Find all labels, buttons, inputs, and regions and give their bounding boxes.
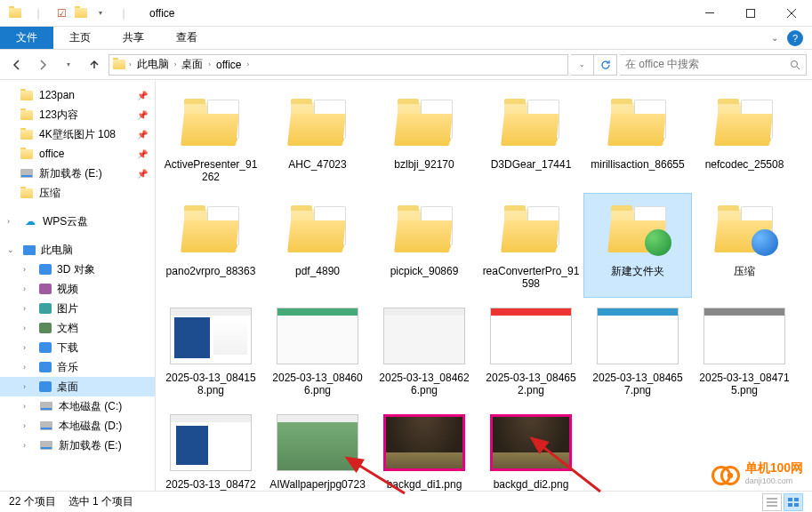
ribbon-expand-icon[interactable]: ⌄	[771, 33, 778, 43]
breadcrumb-0[interactable]: 此电脑	[133, 57, 173, 72]
image-item[interactable]: backgd_di1.png	[371, 407, 478, 491]
sidebar-pc-3[interactable]: ›文档	[0, 318, 155, 338]
view-icons-button[interactable]	[784, 493, 803, 511]
sidebar-pc-1[interactable]: ›视频	[0, 279, 155, 299]
image-item[interactable]: backgd_di2.png	[478, 407, 584, 491]
sidebar-pc-0[interactable]: ›3D 对象	[0, 260, 155, 279]
pin-icon: 📌	[137, 110, 148, 120]
tab-home[interactable]: 主页	[53, 27, 107, 49]
close-button[interactable]	[771, 0, 812, 27]
folder-label: bzlbji_92170	[394, 158, 454, 171]
image-thumb	[490, 308, 572, 364]
image-thumb	[383, 414, 465, 471]
image-item[interactable]: 2025-03-13_084715.png	[691, 300, 798, 404]
address-bar[interactable]: › 此电脑› 桌面› office›	[109, 54, 568, 76]
sidebar-quick-0[interactable]: 123pan📌	[0, 85, 155, 105]
sidebar-pc-4[interactable]: ›下载	[0, 338, 155, 357]
tab-share[interactable]: 共享	[107, 27, 160, 49]
titlebar: | ☑ ▾ | office	[0, 0, 812, 27]
folder-icon	[499, 98, 563, 148]
svg-point-2	[792, 60, 798, 67]
sidebar-quick-2[interactable]: 4K壁纸图片 108📌	[0, 124, 155, 144]
image-thumb	[170, 414, 252, 471]
refresh-button[interactable]	[594, 54, 617, 76]
image-label: backgd_di2.png	[494, 478, 569, 491]
image-item[interactable]: 2025-03-13_084652.png	[478, 300, 584, 404]
folder-item[interactable]: picpick_90869	[371, 194, 478, 297]
sidebar-pc-2[interactable]: ›图片	[0, 299, 155, 318]
folder-label: ActivePresenter_91262	[162, 158, 260, 183]
content-area[interactable]: ActivePresenter_91262 AHC_47023 bzlbji_9…	[156, 80, 812, 491]
folder-item[interactable]: bzlbji_92170	[371, 87, 478, 190]
folder-item[interactable]: nefcodec_25508	[691, 87, 798, 190]
watermark-name: 单机100网	[745, 460, 803, 475]
qa-checkbox-icon[interactable]: ☑	[53, 5, 69, 21]
image-thumb	[277, 414, 358, 471]
breadcrumb-1[interactable]: 桌面	[178, 57, 206, 72]
view-details-button[interactable]	[762, 493, 782, 511]
image-item[interactable]: 2025-03-13_084626.png	[371, 300, 478, 404]
search-input[interactable]: 在 office 中搜索	[620, 54, 807, 76]
sidebar-item-label: 新加载卷 (E:)	[59, 438, 122, 453]
nav-back-button[interactable]	[5, 53, 28, 76]
sidebar-quick-4[interactable]: 新加载卷 (E:)📌	[0, 164, 155, 183]
sidebar-quick-1[interactable]: 123内容📌	[0, 105, 155, 124]
folder-item[interactable]: AHC_47023	[264, 87, 371, 190]
sidebar-wps[interactable]: ›☁WPS云盘	[0, 212, 155, 231]
tab-file[interactable]: 文件	[0, 27, 53, 49]
folder-label: AHC_47023	[288, 158, 346, 171]
folder-item[interactable]: pano2vrpro_88363	[157, 194, 264, 297]
image-item[interactable]: 2025-03-13_084158.png	[157, 300, 264, 404]
sidebar: 123pan📌123内容📌4K壁纸图片 108📌office📌新加载卷 (E:)…	[0, 80, 156, 491]
folder-icon	[712, 98, 776, 148]
search-placeholder: 在 office 中搜索	[625, 57, 699, 72]
folder-icon	[606, 204, 670, 254]
folder-item[interactable]: pdf_4890	[264, 194, 371, 297]
folder-item[interactable]: mirillisaction_86655	[584, 87, 691, 190]
sidebar-pc-9[interactable]: ›新加载卷 (E:)	[0, 436, 155, 455]
folder-icon	[285, 204, 350, 254]
image-item[interactable]: 2025-03-13_084729.png	[157, 407, 264, 491]
sidebar-item-label: 本地磁盘 (C:)	[59, 399, 122, 414]
nav-forward-button[interactable]	[31, 53, 54, 76]
nav-up-button[interactable]	[83, 53, 106, 76]
folder-item[interactable]: reaConverterPro_91598	[478, 194, 584, 297]
folder-item[interactable]: D3DGear_17441	[478, 87, 584, 190]
folder-icon	[499, 204, 563, 254]
folder-icon	[392, 98, 456, 148]
help-button[interactable]: ?	[787, 30, 803, 46]
image-thumb	[490, 414, 572, 471]
svg-rect-5	[788, 503, 792, 507]
sidebar-pc-5[interactable]: ›音乐	[0, 357, 155, 377]
minimize-button[interactable]	[689, 0, 730, 27]
tab-view[interactable]: 查看	[160, 27, 213, 49]
sidebar-thispc[interactable]: ⌄此电脑	[0, 240, 155, 260]
folder-item[interactable]: ActivePresenter_91262	[157, 87, 264, 190]
image-item[interactable]: 2025-03-13_084606.png	[264, 300, 371, 404]
image-item[interactable]: AIWallpaperjpg0723_NDMxNA==.png	[264, 407, 371, 491]
pin-icon: 📌	[137, 169, 148, 179]
qa-folder-icon[interactable]	[73, 5, 89, 21]
folder-item[interactable]: 新建文件夹	[584, 194, 691, 297]
sidebar-pc-7[interactable]: ›本地磁盘 (C:)	[0, 396, 155, 416]
folder-item[interactable]: 压缩	[691, 194, 798, 297]
nav-recent-button[interactable]: ▾	[57, 53, 80, 76]
breadcrumb-2[interactable]: office	[213, 59, 245, 71]
maximize-button[interactable]	[730, 0, 771, 27]
folder-label: picpick_90869	[390, 265, 459, 277]
image-label: 2025-03-13_084729.png	[162, 478, 260, 491]
sidebar-item-label: 桌面	[57, 380, 78, 395]
qa-dropdown-icon[interactable]: ▾	[92, 5, 109, 21]
sidebar-item-label: 4K壁纸图片 108	[39, 127, 116, 142]
folder-icon	[606, 98, 670, 148]
sidebar-pc-6[interactable]: ›桌面	[0, 377, 155, 396]
sidebar-pc-8[interactable]: ›本地磁盘 (D:)	[0, 416, 155, 436]
sidebar-quick-5[interactable]: 压缩	[0, 183, 155, 203]
sidebar-quick-3[interactable]: office📌	[0, 144, 155, 164]
pin-icon: 📌	[137, 149, 148, 159]
sidebar-item-label: 123pan	[39, 89, 75, 101]
folder-label: mirillisaction_86655	[591, 158, 684, 171]
status-selected: 选中 1 个项目	[68, 494, 133, 509]
address-dropdown-button[interactable]: ⌄	[571, 54, 594, 76]
image-item[interactable]: 2025-03-13_084657.png	[584, 300, 691, 404]
